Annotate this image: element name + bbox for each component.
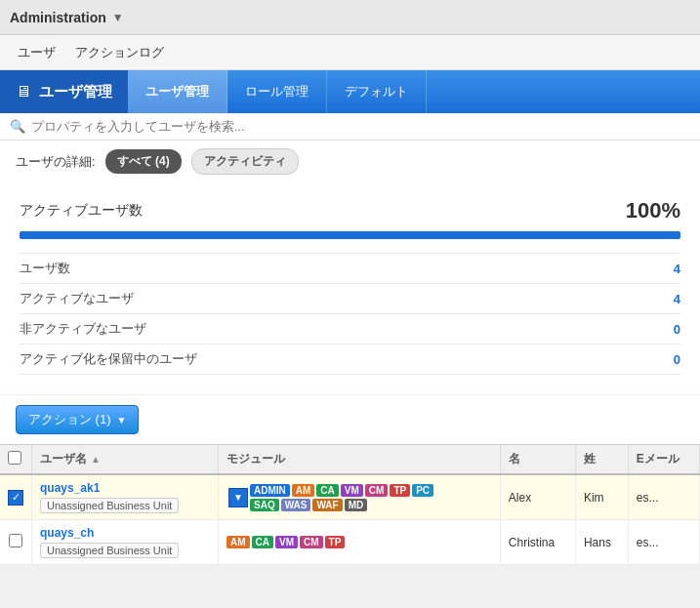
username-2[interactable]: quays_ch <box>40 526 210 540</box>
badge-was: WAS <box>281 499 311 511</box>
business-unit-2: Unassigned Business Unit <box>40 543 179 558</box>
td-lastname-1: Kim <box>575 474 628 520</box>
checkbox-2[interactable] <box>9 534 22 547</box>
td-checkbox-1: ✓ <box>0 474 32 520</box>
badge-tp-2: TP <box>325 536 346 548</box>
tab-defaults[interactable]: デフォルト <box>327 70 427 113</box>
td-modules-1: ▼ ADMIN AM CA VM CM TP PC SAQ WAS WAF MD <box>219 474 501 520</box>
top-nav-chevron-icon[interactable]: ▼ <box>112 11 124 24</box>
stats-row-total-value: 4 <box>674 262 680 276</box>
activity-button[interactable]: アクティビティ <box>191 148 299 175</box>
badge-md: MD <box>345 499 368 511</box>
th-checkbox <box>0 445 32 475</box>
td-email-1: es... <box>628 474 699 520</box>
user-details-header: ユーザの詳細: すべて (4) アクティビティ <box>0 141 700 182</box>
table-row: quays_ch Unassigned Business Unit AM CA … <box>0 520 700 565</box>
stats-row-pending: アクティブ化を保留中のユーザ 0 <box>20 345 680 375</box>
module-badges-1: ADMIN AM CA VM CM TP PC SAQ WAS WAF MD <box>250 484 445 511</box>
td-lastname-2: Hans <box>575 520 628 565</box>
tab-role-management[interactable]: ロール管理 <box>227 70 327 113</box>
stats-section: アクティブユーザ数 100% ユーザ数 4 アクティブなユーザ 4 非アクティブ… <box>0 182 700 395</box>
action-button[interactable]: アクション (1) ▼ <box>16 405 139 434</box>
search-input[interactable] <box>31 119 690 134</box>
checked-checkbox-1[interactable]: ✓ <box>8 490 23 506</box>
business-unit-1: Unassigned Business Unit <box>40 498 179 513</box>
badge-cm: CM <box>365 484 389 497</box>
th-modules: モジュール <box>219 445 501 475</box>
username-1[interactable]: quays_ak1 <box>40 481 210 495</box>
badge-am-2: AM <box>226 536 250 548</box>
top-nav: Administration ▼ <box>0 0 700 35</box>
stats-row-inactive-value: 0 <box>674 322 680 337</box>
table-header-row: ユーザ名 ▲ モジュール 名 姓 Eメール <box>0 445 700 475</box>
stats-title: アクティブユーザ数 <box>20 202 143 220</box>
module-badges-2: AM CA VM CM TP <box>226 536 422 548</box>
td-firstname-1: Alex <box>500 474 575 520</box>
stats-row-active-label: アクティブなユーザ <box>20 290 134 307</box>
td-username-1: quays_ak1 Unassigned Business Unit <box>32 474 219 520</box>
module-header: 🖥 ユーザ管理 ユーザ管理 ロール管理 デフォルト <box>0 70 700 113</box>
badge-vm-2: VM <box>275 536 298 548</box>
th-username-label: ユーザ名 <box>40 451 87 467</box>
td-username-2: quays_ch Unassigned Business Unit <box>32 520 219 565</box>
stats-row-pending-label: アクティブ化を保留中のユーザ <box>20 350 197 368</box>
th-username: ユーザ名 ▲ <box>32 445 219 475</box>
badge-ca: CA <box>316 484 338 497</box>
table-row: ✓ quays_ak1 Unassigned Business Unit ▼ A… <box>0 474 700 520</box>
stats-row-inactive-label: 非アクティブなユーザ <box>20 320 146 338</box>
stats-rows: ユーザ数 4 アクティブなユーザ 4 非アクティブなユーザ 0 アクティブ化を保… <box>20 253 680 375</box>
td-email-2: es... <box>628 520 699 565</box>
stats-percent: 100% <box>626 198 680 223</box>
select-all-checkbox[interactable] <box>8 451 21 465</box>
second-nav-action-log[interactable]: アクションログ <box>73 40 166 65</box>
badge-cm-2: CM <box>300 536 323 548</box>
progress-bar-fill <box>20 231 680 239</box>
th-lastname: 姓 <box>575 445 628 475</box>
tab-user-management[interactable]: ユーザ管理 <box>128 70 227 113</box>
stats-row-pending-value: 0 <box>674 352 680 367</box>
user-details-label: ユーザの詳細: <box>16 153 96 171</box>
action-chevron-icon: ▼ <box>117 415 127 426</box>
sort-icon[interactable]: ▲ <box>91 454 101 465</box>
th-firstname: 名 <box>500 445 575 475</box>
badge-admin: ADMIN <box>250 484 290 497</box>
badge-pc: PC <box>412 484 433 497</box>
td-checkbox-2 <box>0 520 32 565</box>
badge-vm: VM <box>341 484 363 497</box>
module-dropdown-1[interactable]: ▼ <box>228 488 248 507</box>
module-tabs: ユーザ管理 ロール管理 デフォルト <box>128 70 427 113</box>
badge-ca-2: CA <box>252 536 273 548</box>
module-title: ユーザ管理 <box>39 83 112 101</box>
second-nav: ユーザ アクションログ <box>0 35 700 70</box>
stats-row-active-value: 4 <box>674 292 680 306</box>
second-nav-users[interactable]: ユーザ <box>16 40 58 65</box>
badge-waf: WAF <box>312 499 342 511</box>
all-users-button[interactable]: すべて (4) <box>105 149 182 174</box>
stats-row-total: ユーザ数 4 <box>20 254 680 284</box>
action-button-label: アクション (1) <box>28 411 111 428</box>
stats-row-inactive: 非アクティブなユーザ 0 <box>20 314 680 345</box>
badge-saq: SAQ <box>250 499 279 511</box>
td-modules-2: AM CA VM CM TP <box>219 520 501 565</box>
stats-row-active: アクティブなユーザ 4 <box>20 284 680 314</box>
stats-row-total-label: ユーザ数 <box>20 260 70 277</box>
search-bar: 🔍 <box>0 113 700 141</box>
badge-tp: TP <box>390 484 410 497</box>
action-section: アクション (1) ▼ <box>0 395 700 444</box>
th-email: Eメール <box>628 445 699 475</box>
td-firstname-2: Christina <box>500 520 575 565</box>
user-table: ユーザ名 ▲ モジュール 名 姓 Eメール ✓ quays_ak1 Unassi… <box>0 444 700 565</box>
user-management-icon: 🖥 <box>16 83 31 101</box>
search-icon: 🔍 <box>10 119 25 134</box>
badge-am: AM <box>292 484 315 497</box>
top-nav-title: Administration <box>10 10 106 25</box>
module-title-box: 🖥 ユーザ管理 <box>0 70 128 113</box>
progress-bar-bg <box>20 231 680 239</box>
